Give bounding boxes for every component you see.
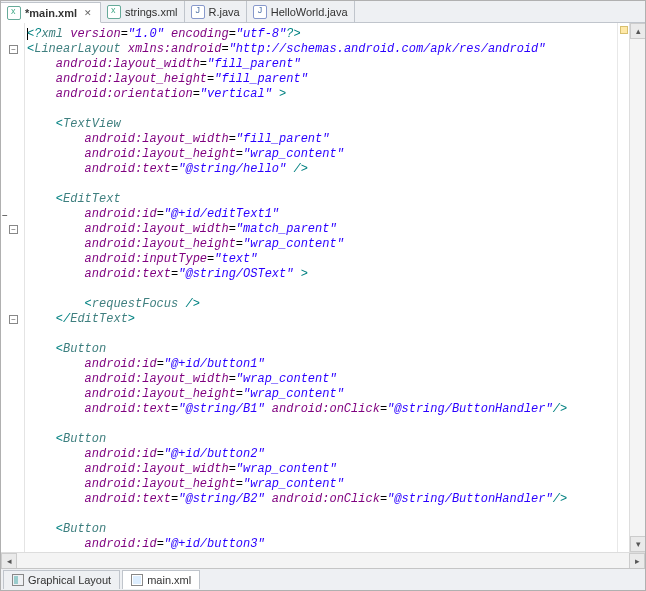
editor-bottom-tabs: Graphical Layout main.xml (1, 568, 645, 590)
tab-graphical-layout[interactable]: Graphical Layout (3, 570, 120, 589)
java-file-icon (253, 5, 267, 19)
overview-ruler[interactable] (617, 23, 629, 552)
close-icon[interactable]: ✕ (83, 7, 94, 18)
tab-label: HelloWorld.java (271, 6, 348, 18)
tab-strings-xml[interactable]: strings.xml (101, 1, 185, 22)
code-editor[interactable]: <?xml version="1.0" encoding="utf-8"?> <… (25, 23, 617, 552)
vertical-scrollbar[interactable]: ▴ ▾ (629, 23, 645, 552)
xml-file-icon (107, 5, 121, 19)
fold-toggle-icon[interactable]: − (9, 315, 18, 324)
java-file-icon (191, 5, 205, 19)
tab-main-xml[interactable]: *main.xml ✕ (1, 2, 101, 23)
editor-window: *main.xml ✕ strings.xml R.java HelloWorl… (0, 0, 646, 591)
tab-helloworld-java[interactable]: HelloWorld.java (247, 1, 355, 22)
fold-toggle-icon[interactable]: − (9, 45, 18, 54)
horizontal-scrollbar[interactable]: ◂ ▸ (1, 552, 645, 568)
bottom-tab-label: main.xml (147, 574, 191, 586)
tab-label: R.java (209, 6, 240, 18)
bottom-tab-label: Graphical Layout (28, 574, 111, 586)
xml-file-icon (7, 6, 21, 20)
fold-toggle-icon[interactable]: − (9, 225, 18, 234)
tab-label: strings.xml (125, 6, 178, 18)
editor-tab-bar: *main.xml ✕ strings.xml R.java HelloWorl… (1, 1, 645, 23)
tab-label: *main.xml (25, 7, 77, 19)
scroll-left-icon[interactable]: ◂ (1, 553, 17, 569)
file-icon (131, 574, 143, 586)
scroll-down-icon[interactable]: ▾ (630, 536, 645, 552)
gutter[interactable]: − − − − (1, 23, 25, 552)
tab-r-java[interactable]: R.java (185, 1, 247, 22)
scroll-up-icon[interactable]: ▴ (630, 23, 645, 39)
layout-icon (12, 574, 24, 586)
collapse-marker[interactable]: − (2, 210, 12, 217)
tab-source-main-xml[interactable]: main.xml (122, 570, 200, 589)
scroll-right-icon[interactable]: ▸ (629, 553, 645, 569)
editor-area: − − − − <?xml version="1.0" encoding="ut… (1, 23, 645, 552)
overview-marker[interactable] (620, 26, 628, 34)
